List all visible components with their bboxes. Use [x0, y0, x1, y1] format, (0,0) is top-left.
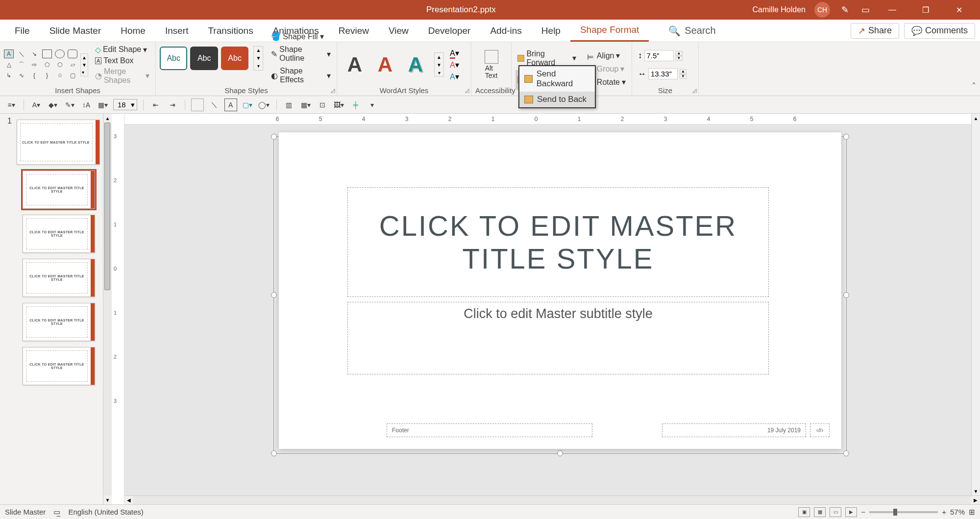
text-outline-button[interactable]: A▾ — [450, 60, 461, 69]
layout-thumbnail-3[interactable]: CLICK TO EDIT MASTER TITLE STYLE — [23, 259, 95, 297]
tab-help[interactable]: Help — [532, 20, 570, 42]
pentagon-icon[interactable]: ⬠ — [42, 60, 52, 69]
sorter-view-icon[interactable]: ▦ — [814, 507, 826, 517]
align-button[interactable]: ⊨Align▾ — [585, 50, 628, 61]
horizontal-scrollbar[interactable]: ◀ ▶ — [124, 495, 980, 504]
zoom-in-icon[interactable]: + — [942, 508, 946, 516]
text-box-button[interactable]: AText Box — [93, 56, 151, 66]
width-field[interactable]: ↔ ▲▼ — [636, 66, 688, 81]
shapes-gallery[interactable]: A ＼ ↘ △ ⌒ ⇨ ⬠ ⬡ ▱ ↳ ∿ — [4, 49, 77, 80]
wa-more-icon[interactable]: ▾ — [435, 69, 443, 76]
shape-effects-button[interactable]: ◐Shape Effects▾ — [269, 66, 333, 85]
scroll-handle[interactable] — [104, 123, 110, 290]
shape-fill-button[interactable]: 🪣Shape Fill▾ — [269, 31, 333, 42]
spell-check-icon[interactable]: ▭̲ — [53, 508, 60, 517]
wordart-preset-3[interactable]: A — [402, 52, 429, 77]
tab-addins[interactable]: Add-ins — [480, 20, 531, 42]
tab-file[interactable]: File — [5, 20, 40, 42]
dropdown-send-backward[interactable]: Send Backward — [519, 66, 595, 92]
resize-handle[interactable] — [843, 292, 849, 298]
styles-down-icon[interactable]: ▼ — [254, 54, 263, 62]
close-button[interactable]: ✕ — [947, 0, 971, 20]
search-box[interactable]: 🔍 Search — [668, 25, 715, 37]
styles-more-icon[interactable]: ▾ — [254, 62, 263, 70]
comments-button[interactable]: 💬 Comments — [904, 23, 975, 39]
reading-view-icon[interactable]: ▭ — [830, 507, 841, 517]
tab-shape-format[interactable]: Shape Format — [570, 20, 649, 42]
zoom-level[interactable]: 57% — [950, 508, 965, 516]
thumbnail-scrollbar[interactable]: ▲ ▼ — [103, 114, 112, 504]
text-effects-button[interactable]: A▾ — [450, 72, 461, 81]
layout-thumbnail-5[interactable]: CLICK TO EDIT MASTER TITLE STYLE — [23, 347, 95, 385]
shape-outline-button[interactable]: ✎Shape Outline▾ — [269, 44, 333, 64]
scroll-down-icon[interactable]: ▼ — [972, 487, 980, 495]
zoom-knob[interactable] — [893, 509, 897, 516]
styles-up-icon[interactable]: ▲ — [254, 47, 263, 54]
ribbon-display-icon[interactable]: ▭ — [859, 4, 871, 16]
resize-handle[interactable] — [843, 134, 849, 140]
layout-thumbnail-1[interactable]: CLICK TO EDIT MASTER TITLE STYLE — [23, 171, 95, 209]
guides-icon[interactable]: ╪ — [349, 99, 362, 111]
shape-tool-icon[interactable]: ▢▾ — [241, 99, 254, 111]
crop-icon[interactable]: ⊡ — [316, 99, 329, 111]
layout-thumbnail-4[interactable]: CLICK TO EDIT MASTER TITLE STYLE — [23, 303, 95, 341]
width-input[interactable] — [648, 68, 678, 79]
freeform-icon[interactable]: ∿ — [17, 71, 26, 80]
curve-icon[interactable]: ⌒ — [17, 60, 26, 69]
rectangle-tool-icon[interactable] — [191, 99, 204, 111]
scroll-down-icon[interactable]: ▼ — [103, 495, 112, 504]
tab-view[interactable]: View — [379, 20, 418, 42]
flowchart-icon[interactable]: ▱ — [68, 60, 77, 69]
status-language[interactable]: English (United States) — [68, 508, 143, 516]
page-number-placeholder[interactable]: ‹#› — [810, 423, 830, 437]
chart-icon[interactable]: ▥ — [283, 99, 295, 111]
thumbnail-list[interactable]: CLICK TO EDIT MASTER TITLE STYLE CLICK T… — [14, 114, 103, 504]
oval-shape-icon[interactable] — [55, 49, 65, 58]
slideshow-view-icon[interactable]: ▶ — [845, 507, 857, 517]
gallery-more-icon[interactable]: ▾ — [81, 69, 88, 76]
hexagon-icon[interactable]: ⬡ — [55, 60, 65, 69]
gallery-up-icon[interactable]: ▲ — [81, 54, 88, 61]
arrange-icon[interactable]: ▦▾ — [97, 99, 109, 111]
font-size-select[interactable]: 18▾ — [113, 99, 137, 110]
zoom-out-icon[interactable]: − — [861, 508, 865, 516]
slide[interactable]: CLICK TO EDIT MASTER TITLE STYLE Click t… — [279, 132, 841, 449]
style-preset-1[interactable]: Abc — [160, 47, 187, 70]
connector-icon[interactable]: ↳ — [4, 71, 14, 80]
date-placeholder[interactable]: 19 July 2019 — [662, 423, 806, 437]
master-thumbnail[interactable]: CLICK TO EDIT MASTER TITLE STYLE — [17, 120, 100, 165]
maximize-button[interactable]: ❐ — [913, 0, 938, 20]
line-shape-icon[interactable]: ＼ — [17, 49, 26, 58]
footer-placeholder[interactable]: Footer — [387, 423, 592, 437]
wa-down-icon[interactable]: ▼ — [435, 61, 443, 69]
wa-up-icon[interactable]: ▲ — [435, 53, 443, 61]
tab-developer[interactable]: Developer — [418, 20, 481, 42]
zoom-slider[interactable] — [869, 511, 938, 513]
dialog-launcher-icon[interactable]: ◿ — [692, 87, 696, 94]
resize-handle[interactable] — [557, 450, 563, 456]
text-fill-button[interactable]: A▾ — [450, 49, 461, 57]
picture-icon[interactable]: 🖼▾ — [333, 99, 345, 111]
subtitle-placeholder[interactable]: Click to edit Master subtitle style — [347, 302, 769, 374]
align-left-icon[interactable]: ≡▾ — [5, 99, 18, 111]
alt-text-button[interactable]: Alt Text — [479, 50, 504, 80]
user-avatar[interactable]: CH — [814, 2, 830, 18]
indent-increase-icon[interactable]: ⇥ — [166, 99, 179, 111]
resize-handle[interactable] — [271, 134, 277, 140]
edit-shape-button[interactable]: ◇Edit Shape▾ — [93, 45, 151, 55]
dialog-launcher-icon[interactable]: ◿ — [331, 87, 335, 94]
dialog-launcher-icon[interactable]: ◿ — [465, 87, 469, 94]
height-input[interactable] — [644, 50, 674, 61]
brace-left-icon[interactable]: { — [29, 71, 39, 80]
normal-view-icon[interactable]: ▣ — [798, 507, 810, 517]
height-field[interactable]: ↕ ▲▼ — [636, 48, 685, 63]
rounded-rect-icon[interactable] — [68, 49, 77, 58]
wordart-preset-1[interactable]: A — [341, 52, 368, 77]
layout-thumbnail-2[interactable]: CLICK TO EDIT MASTER TITLE STYLE — [23, 215, 95, 253]
tab-review[interactable]: Review — [329, 20, 379, 42]
rectangle-shape-icon[interactable] — [42, 49, 52, 58]
arrow-shape-icon[interactable]: ⇨ — [29, 60, 39, 69]
brace-right-icon[interactable]: } — [42, 71, 52, 80]
arrow-line-icon[interactable]: ↘ — [29, 49, 39, 58]
shape-outline-icon[interactable]: ✎▾ — [63, 99, 76, 111]
